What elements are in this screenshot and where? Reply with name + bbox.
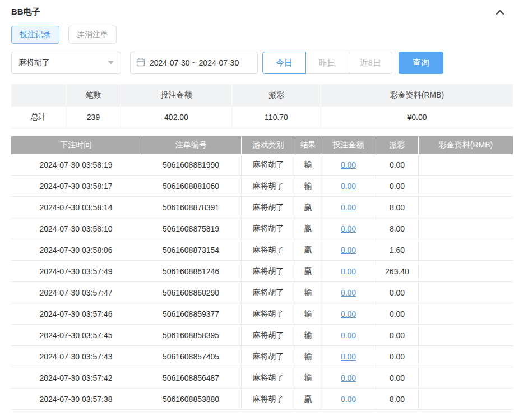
cell-payout: 0.00 — [376, 367, 418, 389]
cell-bet-amount: 0.00 — [321, 239, 376, 261]
quick-date-buttons: 今日 昨日 近8日 — [262, 52, 392, 74]
cell-bet-amount: 0.00 — [321, 282, 376, 303]
cell-result: 赢 — [295, 261, 321, 282]
table-row: 2024-07-30 03:57:495061608861246麻将胡了赢0.0… — [11, 261, 513, 282]
cell-bet-amount: 0.00 — [321, 389, 376, 410]
cell-result: 赢 — [295, 218, 321, 239]
cell-order-number: 5061608878391 — [141, 197, 241, 218]
cell-game-type: 麻将胡了 — [241, 325, 295, 346]
bet-amount-link[interactable]: 0.00 — [341, 373, 356, 382]
summary-header-cell: 彩金资料(RMB) — [321, 84, 513, 107]
cell-bet-time: 2024-07-30 03:58:14 — [11, 197, 141, 218]
table-row: 2024-07-30 03:57:475061608860290麻将胡了输0.0… — [11, 282, 513, 303]
cell-game-type: 麻将胡了 — [241, 346, 295, 367]
bet-amount-link[interactable]: 0.00 — [341, 310, 356, 319]
cell-result: 输 — [295, 346, 321, 367]
table-header-row: 下注时间注单编号游戏类别结果投注金额派彩彩金资料(RMB) — [11, 136, 513, 154]
table-row: 2024-07-30 03:57:425061608856487麻将胡了输0.0… — [11, 367, 513, 389]
cell-game-type: 麻将胡了 — [241, 389, 295, 410]
cell-payout: 0.00 — [376, 154, 418, 176]
cell-game-type: 麻将胡了 — [241, 154, 295, 176]
bet-amount-link[interactable]: 0.00 — [341, 224, 356, 233]
game-type-select[interactable]: 麻将胡了 — [11, 52, 121, 74]
bet-amount-link[interactable]: 0.00 — [341, 288, 356, 297]
cell-bet-amount: 0.00 — [321, 154, 376, 176]
cell-payout: 0.00 — [376, 303, 418, 325]
cell-bet-amount: 0.00 — [321, 367, 376, 389]
cell-bet-amount: 0.00 — [321, 303, 376, 325]
summary-total-cell: 402.00 — [121, 107, 231, 128]
cell-bonus — [418, 218, 513, 239]
cell-payout: 8.00 — [376, 389, 418, 410]
date-range-picker[interactable]: 2024-07-30 ~ 2024-07-30 — [130, 52, 258, 74]
cell-bonus — [418, 389, 513, 410]
table-row: 2024-07-30 03:57:385061608853880麻将胡了赢0.0… — [11, 389, 513, 410]
cell-game-type: 麻将胡了 — [241, 239, 295, 261]
bet-amount-link[interactable]: 0.00 — [341, 352, 356, 361]
cell-bonus — [418, 176, 513, 197]
cell-payout: 0.00 — [376, 176, 418, 197]
table-header-cell: 彩金资料(RMB) — [418, 136, 513, 154]
summary-header-cell: 笔数 — [66, 84, 121, 107]
cell-payout: 0.00 — [376, 346, 418, 367]
table-header-cell: 结果 — [295, 136, 321, 154]
panel-header: BB电子 — [11, 4, 513, 19]
filter-bar: 麻将胡了 2024-07-30 ~ 2024-07-30 今日 昨日 近8日 查… — [11, 52, 513, 74]
bet-amount-link[interactable]: 0.00 — [341, 267, 356, 276]
cell-game-type: 麻将胡了 — [241, 176, 295, 197]
bet-amount-link[interactable]: 0.00 — [341, 395, 356, 404]
cell-bonus — [418, 261, 513, 282]
table-row: 2024-07-30 03:57:435061608857405麻将胡了输0.0… — [11, 346, 513, 367]
cell-order-number: 5061608858395 — [141, 325, 241, 346]
tab-bet-records[interactable]: 投注记录 — [11, 26, 59, 44]
cell-order-number: 5061608861246 — [141, 261, 241, 282]
cell-bet-amount: 0.00 — [321, 325, 376, 346]
cell-game-type: 麻将胡了 — [241, 261, 295, 282]
cell-result: 输 — [295, 282, 321, 303]
partial-next-row — [11, 410, 513, 417]
cell-payout: 1.60 — [376, 239, 418, 261]
last-8-days-button[interactable]: 近8日 — [349, 52, 392, 74]
bet-amount-link[interactable]: 0.00 — [341, 246, 356, 255]
cell-order-number: 5061608857405 — [141, 346, 241, 367]
table-row: 2024-07-30 03:58:175061608881060麻将胡了输0.0… — [11, 176, 513, 197]
cell-bet-time: 2024-07-30 03:57:45 — [11, 325, 141, 346]
tab-cancelled-orders[interactable]: 连消注单 — [68, 26, 117, 44]
game-type-select-value: 麻将胡了 — [18, 58, 50, 68]
cell-bet-amount: 0.00 — [321, 197, 376, 218]
table-header-cell: 游戏类别 — [241, 136, 295, 154]
cell-bonus — [418, 154, 513, 176]
bet-amount-link[interactable]: 0.00 — [341, 203, 356, 212]
cell-bet-amount: 0.00 — [321, 176, 376, 197]
cell-bonus — [418, 325, 513, 346]
bet-amount-link[interactable]: 0.00 — [341, 331, 356, 340]
cell-result: 赢 — [295, 389, 321, 410]
cell-bet-amount: 0.00 — [321, 346, 376, 367]
chevron-up-icon — [496, 8, 504, 16]
cell-payout: 263.40 — [376, 261, 418, 282]
table-row: 2024-07-30 03:57:455061608858395麻将胡了输0.0… — [11, 325, 513, 346]
record-tabs: 投注记录 连消注单 — [11, 26, 513, 44]
table-row: 2024-07-30 03:58:105061608875819麻将胡了赢0.0… — [11, 218, 513, 239]
summary-table: 笔数投注金额派彩彩金资料(RMB) 总计239402.00110.70¥0.00 — [11, 84, 513, 128]
cell-payout: 0.00 — [376, 282, 418, 303]
collapse-panel-button[interactable] — [494, 6, 506, 18]
page-title: BB电子 — [11, 7, 40, 17]
cell-bonus — [418, 346, 513, 367]
cell-bet-amount: 0.00 — [321, 261, 376, 282]
cell-bet-time: 2024-07-30 03:58:19 — [11, 154, 141, 176]
bet-amount-link[interactable]: 0.00 — [341, 160, 356, 169]
table-row: 2024-07-30 03:58:195061608881990麻将胡了输0.0… — [11, 154, 513, 176]
search-button[interactable]: 查询 — [399, 52, 443, 74]
bet-amount-link[interactable]: 0.00 — [341, 182, 356, 191]
cell-bet-time: 2024-07-30 03:58:06 — [11, 239, 141, 261]
cell-bet-time: 2024-07-30 03:57:47 — [11, 282, 141, 303]
cell-order-number: 5061608881990 — [141, 154, 241, 176]
yesterday-button[interactable]: 昨日 — [305, 52, 349, 74]
cell-bet-time: 2024-07-30 03:57:42 — [11, 367, 141, 389]
cell-result: 赢 — [295, 239, 321, 261]
cell-order-number: 5061608860290 — [141, 282, 241, 303]
today-button[interactable]: 今日 — [262, 52, 306, 74]
table-header-cell: 投注金额 — [321, 136, 376, 154]
cell-bonus — [418, 303, 513, 325]
